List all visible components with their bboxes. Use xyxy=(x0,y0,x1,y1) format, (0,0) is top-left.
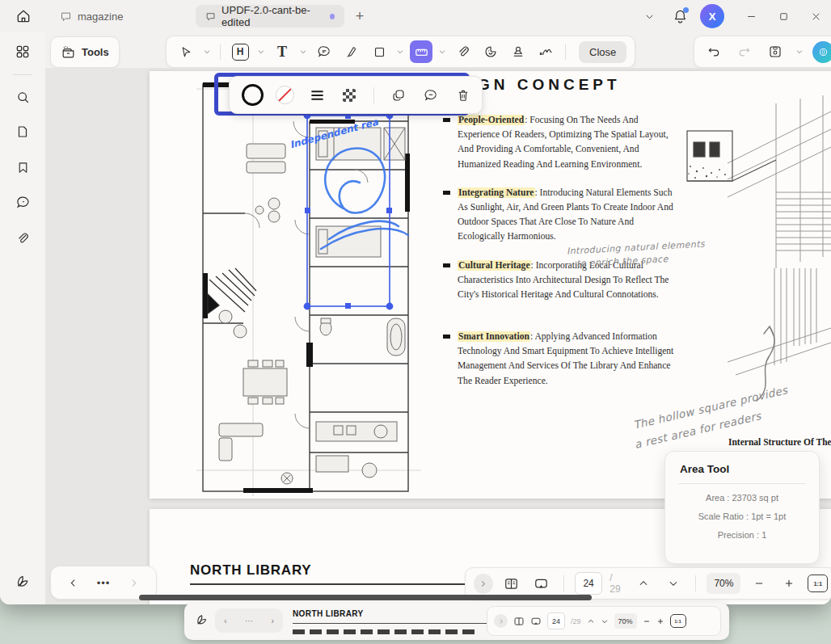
attach-tool-button[interactable] xyxy=(452,40,475,63)
mini-actual-size-button[interactable]: 1:1 xyxy=(670,614,686,628)
shape-tool-button[interactable] xyxy=(368,40,390,63)
mini-page-number[interactable]: 24 xyxy=(547,612,565,629)
back-chevron-icon[interactable] xyxy=(68,578,78,588)
tab-magazine[interactable]: magazine xyxy=(50,5,152,27)
stamp-tool-button[interactable] xyxy=(507,40,529,63)
mini-page-history-nav[interactable]: ‹ ··· › xyxy=(215,608,283,633)
forward-chevron-icon[interactable] xyxy=(129,578,139,588)
annotation-toolbar: H T xyxy=(166,36,635,68)
two-page-view-icon[interactable] xyxy=(513,616,525,627)
zoom-in-button[interactable] xyxy=(778,572,800,595)
chevron-up-icon xyxy=(638,578,649,589)
previous-page-button[interactable] xyxy=(632,572,655,595)
toolbar-divider xyxy=(565,44,566,60)
zoom-out-button[interactable] xyxy=(748,572,770,595)
zoom-level-input[interactable]: 70% xyxy=(707,573,740,594)
toolbar-divider xyxy=(563,575,564,591)
select-tool-button[interactable] xyxy=(175,40,197,63)
area-tool-panel: Area Tool Area : 23703 sq pt Scale Ratio… xyxy=(664,451,820,564)
bullet-title: People-Oriented xyxy=(458,115,525,125)
next-page-button[interactable] xyxy=(662,572,685,595)
heading-box-icon: H xyxy=(232,44,249,61)
mini-zoom-level[interactable]: 70% xyxy=(614,613,637,629)
tools-button[interactable]: Tools xyxy=(50,36,120,68)
color-black-swatch[interactable] xyxy=(241,84,264,107)
highlighter-tool-button[interactable] xyxy=(340,40,363,63)
chevron-up-icon[interactable] xyxy=(587,617,595,625)
paperclip-icon xyxy=(456,44,470,59)
chevron-down-icon[interactable] xyxy=(601,617,609,625)
trash-icon xyxy=(456,88,470,103)
plus-icon[interactable] xyxy=(656,617,664,625)
thumbnails-button[interactable] xyxy=(11,120,34,143)
shape-tool-chevron-icon[interactable] xyxy=(395,40,405,63)
new-tab-button[interactable]: + xyxy=(351,7,369,25)
select-tool-chevron-icon[interactable] xyxy=(202,40,212,63)
home-button[interactable] xyxy=(8,2,39,30)
line-thickness-button[interactable] xyxy=(306,84,328,107)
save-button[interactable] xyxy=(764,40,787,63)
comment-bubble-icon xyxy=(15,195,31,210)
titlebar-chevron-down-icon[interactable] xyxy=(639,6,660,26)
page-number-input[interactable]: 24 xyxy=(575,572,602,595)
search-button[interactable] xyxy=(11,86,34,108)
heading-tool-button[interactable]: H xyxy=(229,40,251,63)
maximize-button[interactable] xyxy=(773,6,794,26)
pen-swatch-button[interactable] xyxy=(11,570,34,593)
measure-tool-button[interactable] xyxy=(410,40,432,63)
presentation-mode-button[interactable] xyxy=(530,572,553,595)
comment-tool-button[interactable] xyxy=(313,40,335,63)
sticker-tool-button[interactable] xyxy=(479,40,502,63)
notifications-button[interactable] xyxy=(669,6,690,26)
updf-app-window: magazine UPDF-2.0-cant-be-edited + X xyxy=(0,0,831,604)
toolbox-icon xyxy=(61,44,76,60)
attachments-button[interactable] xyxy=(11,227,34,250)
text-tool-button[interactable]: T xyxy=(271,40,293,63)
opacity-button[interactable] xyxy=(338,84,361,107)
more-pages-button[interactable]: ••• xyxy=(97,577,111,589)
mini-preview-window[interactable]: ‹ ··· › NORTH LIBRARY 24 /29 70% 1:1 xyxy=(184,603,729,640)
page-layout-button[interactable] xyxy=(500,572,523,595)
bookmarks-button[interactable] xyxy=(11,156,34,179)
presentation-icon[interactable] xyxy=(530,616,542,627)
minimize-button[interactable] xyxy=(740,6,761,26)
panels-button[interactable] xyxy=(11,40,34,63)
actual-size-button[interactable]: 1:1 xyxy=(808,575,828,592)
signature-tool-button[interactable] xyxy=(534,40,557,63)
horizontal-scrollbar[interactable] xyxy=(139,595,592,600)
annotation-selection-box[interactable] xyxy=(303,112,394,310)
more-pages-button: ··· xyxy=(245,617,253,625)
text-tool-chevron-icon[interactable] xyxy=(298,40,308,63)
delete-button[interactable] xyxy=(452,84,475,107)
minus-icon[interactable] xyxy=(643,617,651,625)
history-toolbar xyxy=(694,36,831,68)
cursor-icon xyxy=(179,45,193,59)
bullet-title: Cultural Heritage xyxy=(458,260,531,271)
save-chevron-icon[interactable] xyxy=(795,40,804,63)
close-window-button[interactable] xyxy=(805,6,826,26)
measure-tool-chevron-icon[interactable] xyxy=(437,40,447,63)
heading-tool-chevron-icon[interactable] xyxy=(256,40,266,63)
ai-assistant-button[interactable] xyxy=(812,41,831,63)
list-item: Smart Innovation: Applying Advanced Info… xyxy=(443,330,679,389)
tab-updf-document[interactable]: UPDF-2.0-cant-be-edited xyxy=(196,5,344,27)
user-avatar[interactable]: X xyxy=(700,4,724,28)
square-shape-icon xyxy=(373,45,386,59)
toolbar-divider xyxy=(373,87,374,103)
collapse-toolbar-button[interactable] xyxy=(474,574,493,594)
mini-collapse-button[interactable] xyxy=(494,614,508,628)
comments-button[interactable] xyxy=(11,191,34,213)
save-icon xyxy=(768,44,782,59)
redo-button[interactable] xyxy=(733,40,756,63)
pen-swatch-icon xyxy=(195,613,209,627)
tab-label: UPDF-2.0-cant-be-edited xyxy=(221,4,324,28)
close-tool-button[interactable]: Close xyxy=(579,41,626,63)
precision-value: Precision : 1 xyxy=(665,530,819,540)
add-comment-button[interactable] xyxy=(420,84,442,107)
speech-bubble-icon xyxy=(317,44,331,59)
no-fill-swatch[interactable] xyxy=(273,84,296,107)
duplicate-button[interactable] xyxy=(387,84,410,107)
undo-button[interactable] xyxy=(702,40,725,63)
mini-page-total: /29 xyxy=(571,617,581,625)
page-total-label: / 29 xyxy=(610,572,625,595)
